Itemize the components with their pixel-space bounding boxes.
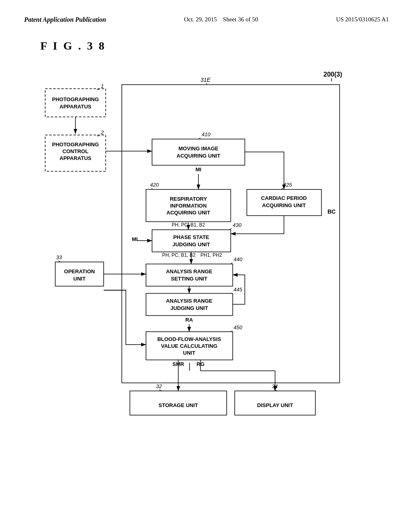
phase-state-label2: JUDGING UNIT [172,241,210,247]
header-date-sheet: Oct. 29, 2015 Sheet 36 of 50 [184,16,258,23]
blood-flow-label3: UNIT [183,350,195,356]
ref-33: 33 [56,254,62,260]
ref-2: 2 [100,129,104,135]
photographing-apparatus-label: PHOTOGRAPHING [52,96,99,102]
operation-label2: UNIT [73,276,86,282]
header-publication: Patent Application Publication [24,16,106,23]
ref-410: 410 [202,131,211,137]
header: Patent Application Publication Oct. 29, … [24,16,389,23]
moving-image-label: MOVING IMAGE [179,145,219,152]
bc-label: BC [327,208,336,215]
figure-title: F I G . 3 8 [40,39,389,52]
moving-image-label2: ACQUIRING UNIT [177,153,220,159]
ra-label: RA [186,317,193,323]
phase-state-box [152,230,231,252]
arrow-op-to-bloodflow [104,290,146,345]
ref-425: 425 [283,182,292,188]
photographing-control-label3: APPARATUS [60,155,92,161]
mi-label-1: MI [196,166,201,172]
ref-1: 1 [101,83,104,89]
diagram-svg: 200(3) 31E PHOTOGRAPHING APPARATUS 1 PHO… [33,64,380,468]
display-unit-label: DISPLAY UNIT [257,402,293,408]
analysis-range-judging-label: ANALYSIS RANGE [166,298,212,304]
operation-label: OPERATION [64,268,95,274]
respiratory-label3: ACQUIRING UNIT [167,210,210,216]
analysis-range-judging-label2: JUDGING UNIT [170,305,208,311]
diagram-container: 200(3) 31E PHOTOGRAPHING APPARATUS 1 PHO… [33,64,380,468]
ph-pc-b1b2-label-2: PH, PC, B1, B2 [162,252,196,258]
header-patent-number: US 2015/0310625 A1 [336,16,389,23]
analysis-range-setting-label: ANALYSIS RANGE [166,268,212,274]
phase-state-label: PHASE STATE [173,234,209,240]
photographing-apparatus-box [45,89,106,117]
cardiac-label: CARDIAC PERIOD [261,195,307,201]
cardiac-label2: ACQUIRING UNIT [262,202,306,208]
photographing-control-label2: CONTROL [63,148,88,154]
moving-image-box [152,139,245,165]
respiratory-label: RESPIRATORY [170,196,207,202]
respiratory-label2: INFORMATION [170,203,207,209]
ref-450: 450 [234,324,242,330]
mi-label-2: MI [132,236,138,242]
storage-unit-label: STORAGE UNIT [159,402,198,408]
analysis-range-setting-box [146,264,233,286]
ref-34: 34 [272,383,277,389]
ref-440: 440 [234,256,242,262]
blood-flow-label2: VALUE CALCULATING [161,343,217,349]
outer-box-ref: 31E [200,77,211,83]
page: Patent Application Publication Oct. 29, … [0,0,413,532]
photographing-apparatus-label2: APPARATUS [60,104,92,110]
ref-430: 430 [233,222,242,228]
ref-32: 32 [156,383,162,389]
arrow-mi-to-cardiac [245,152,284,189]
photographing-control-label: PHOTOGRAPHING [52,141,99,148]
analysis-range-judging-box [146,293,233,316]
blood-flow-label: BLOOD-FLOW-ANALYSIS [157,336,221,342]
ref-420: 420 [150,182,159,188]
ph1-ph2-label: PH1, PH2 [200,252,222,258]
ref-445: 445 [234,287,242,293]
system-ref-label: 200(3) [323,71,342,78]
analysis-range-setting-label2: SETTING UNIT [171,276,207,282]
